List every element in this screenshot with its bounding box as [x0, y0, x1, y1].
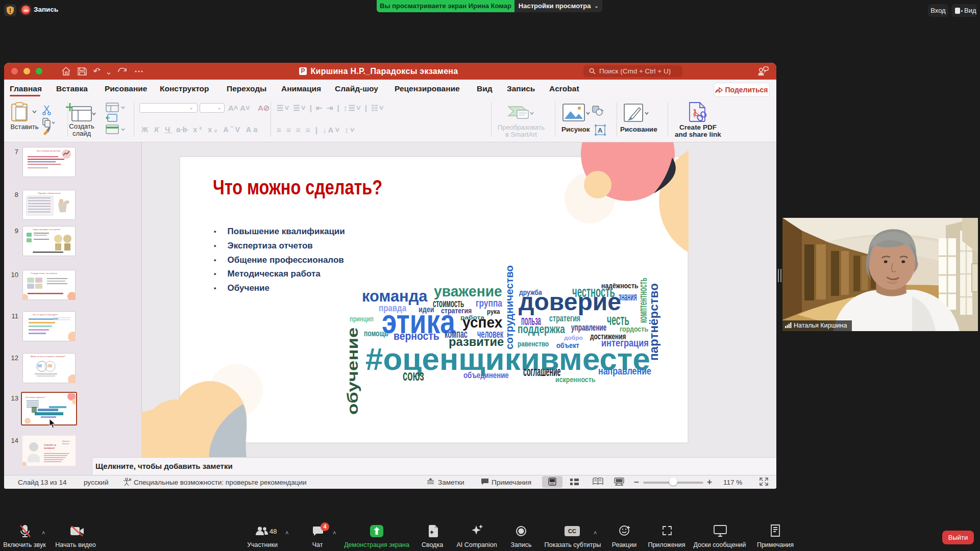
svg-text:Задача оценщика: что он делает: Задача оценщика: что он делает	[33, 229, 61, 231]
svg-text:Киршина: Киршина	[62, 440, 70, 442]
svg-text:Как и почему мы меняем: Как и почему мы меняем	[37, 149, 61, 152]
svg-text:Может ли быть не похож от чело: Может ли быть не похож от человека?	[31, 356, 65, 358]
svg-text:Что не нужно от оценщика?: Что не нужно от оценщика?	[33, 314, 58, 316]
svg-text:внимание!: внимание!	[44, 447, 55, 449]
svg-text:Наталья: Наталья	[62, 443, 69, 445]
svg-text:Что можно сделать?: Что можно сделать?	[26, 396, 45, 398]
svg-text:A: A	[598, 127, 603, 134]
svg-text:Парадокс безопасности: Парадокс безопасности	[38, 192, 60, 194]
svg-text:Стандарт отчета: что написано: Стандарт отчета: что написано	[31, 272, 57, 274]
svg-text:Спасибо за: Спасибо за	[44, 444, 56, 446]
